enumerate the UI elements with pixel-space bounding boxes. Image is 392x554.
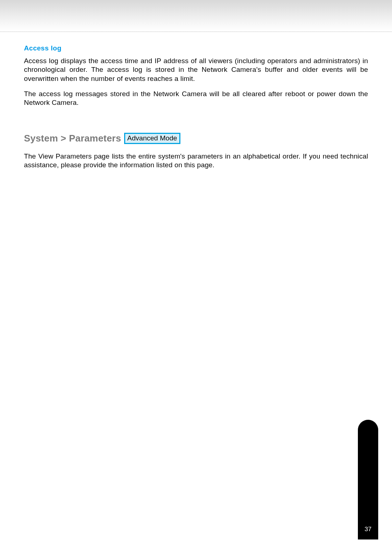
access-log-paragraph-2: The access log messages stored in the Ne… bbox=[24, 90, 368, 107]
system-parameters-breadcrumb: System > Parameters bbox=[24, 133, 121, 144]
system-parameters-paragraph: The View Parameters page lists the entir… bbox=[24, 152, 368, 170]
advanced-mode-badge: Advanced Mode bbox=[124, 133, 180, 144]
side-page-tab: 37 bbox=[358, 420, 378, 539]
page-number: 37 bbox=[358, 526, 378, 533]
access-log-paragraph-1: Access log displays the access time and … bbox=[24, 57, 368, 83]
system-parameters-heading-row: System > Parameters Advanced Mode bbox=[24, 133, 368, 144]
access-log-heading: Access log bbox=[24, 44, 368, 52]
page-content: Access log Access log displays the acces… bbox=[0, 32, 392, 169]
header-gradient-bar bbox=[0, 0, 392, 32]
